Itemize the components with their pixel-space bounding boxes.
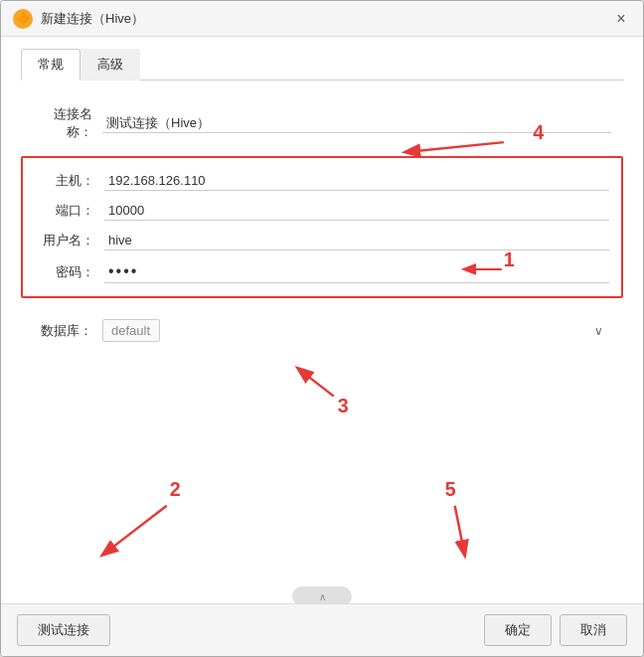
host-row: 主机： [23,166,621,196]
database-row: 数据库： default [21,314,623,347]
host-input[interactable] [104,171,609,191]
hive-icon: 🔶 [13,9,33,29]
connection-name-label: 连接名称： [33,105,102,141]
password-label: 密码： [35,263,104,281]
close-button[interactable]: × [611,9,631,29]
password-row: 密码： [23,255,621,288]
username-label: 用户名： [35,232,104,249]
title-bar: 🔶 新建连接（Hive） × [1,1,643,37]
svg-line-3 [103,506,167,555]
tab-advanced[interactable]: 高级 [80,49,140,81]
database-select-wrapper: default [102,319,611,342]
database-label: 数据库： [33,322,102,340]
connection-name-row: 连接名称： [21,100,623,146]
annotation-5: 5 [445,478,456,500]
footer-left: 测试连接 [17,614,110,646]
connection-details-section: 主机： 端口： 用户名： 密码： [21,156,623,298]
password-input[interactable] [104,260,609,283]
port-label: 端口： [35,202,104,220]
annotation-3: 3 [338,395,349,416]
svg-line-4 [455,506,465,555]
title-bar-left: 🔶 新建连接（Hive） [13,9,144,29]
confirm-button[interactable]: 确定 [484,614,552,646]
dialog-body: 常规 高级 连接名称： 主机： 端口： 用户名： 密码： [1,37,643,603]
new-connection-dialog: 🔶 新建连接（Hive） × 常规 高级 连接名称： 主机： 端口： [0,0,644,657]
footer-right: 确定 取消 [484,614,627,646]
host-label: 主机： [35,172,104,190]
svg-line-2 [298,369,333,397]
connection-name-input[interactable] [102,113,611,133]
tabs-container: 常规 高级 [21,49,623,81]
cancel-button[interactable]: 取消 [560,614,627,646]
port-row: 端口： [23,196,621,226]
test-connection-button[interactable]: 测试连接 [17,614,110,646]
tab-general[interactable]: 常规 [21,49,80,81]
dialog-title: 新建连接（Hive） [41,10,144,28]
annotation-2: 2 [170,478,181,500]
dialog-footer: 测试连接 确定 取消 [1,603,643,656]
port-input[interactable] [104,201,609,221]
username-row: 用户名： [23,226,621,255]
username-input[interactable] [104,231,609,250]
database-select[interactable]: default [102,319,160,342]
